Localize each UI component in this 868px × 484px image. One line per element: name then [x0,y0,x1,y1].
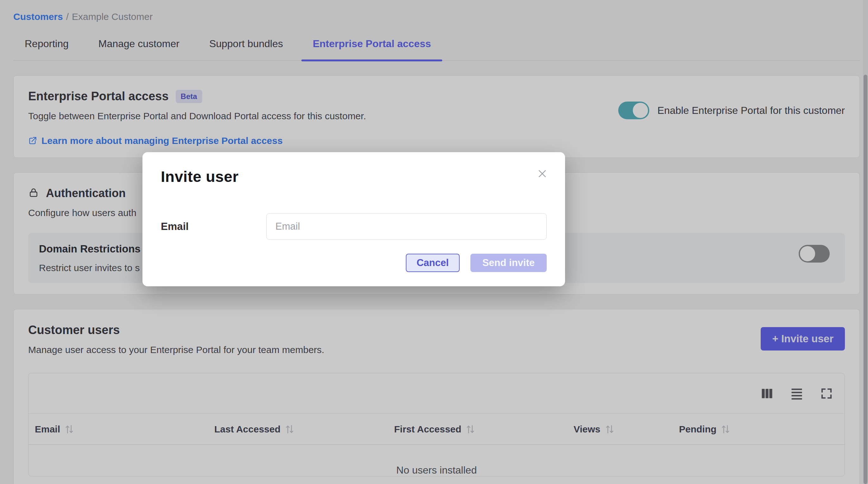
email-field[interactable] [266,213,547,240]
modal-title: Invite user [161,168,547,185]
close-icon[interactable] [536,167,549,180]
cancel-button[interactable]: Cancel [406,254,460,272]
email-label: Email [161,221,266,232]
modal-form: Email [161,213,547,240]
page: Customers/Example Customer Reporting Man… [0,0,868,484]
send-invite-button[interactable]: Send invite [470,254,547,272]
modal-actions: Cancel Send invite [161,254,547,272]
invite-user-modal: Invite user Email Cancel Send invite [143,152,565,286]
